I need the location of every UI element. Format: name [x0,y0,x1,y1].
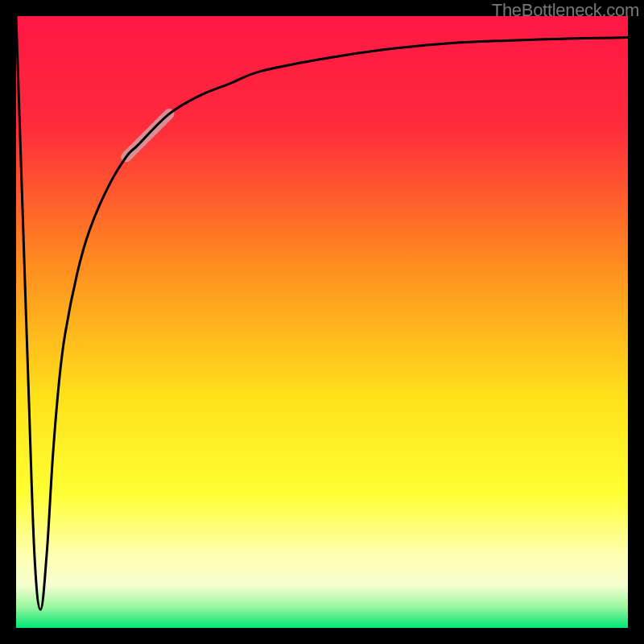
gradient-background [16,16,628,628]
chart-frame: TheBottleneck.com [0,0,644,644]
plot-area [16,16,628,628]
chart-svg [16,16,628,628]
